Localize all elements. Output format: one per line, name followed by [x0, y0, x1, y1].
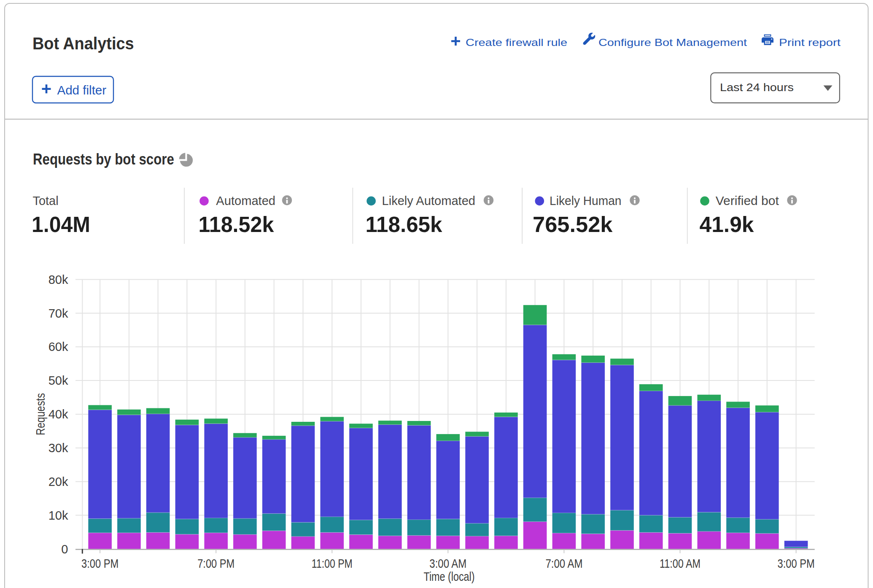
- svg-text:7:00 PM: 7:00 PM: [197, 557, 234, 570]
- svg-text:30k: 30k: [48, 441, 68, 455]
- svg-text:40k: 40k: [48, 407, 68, 421]
- svg-text:Requests by bot score: Requests by bot score: [33, 151, 174, 168]
- svg-text:11:00 PM: 11:00 PM: [312, 557, 353, 570]
- svg-text:1.04M: 1.04M: [32, 212, 90, 237]
- svg-text:Time (local): Time (local): [424, 570, 475, 583]
- svg-text:Requests: Requests: [34, 393, 47, 435]
- svg-text:Automated: Automated: [216, 194, 275, 208]
- svg-text:765.52k: 765.52k: [533, 212, 613, 237]
- svg-text:118.52k: 118.52k: [199, 212, 274, 237]
- svg-text:Total: Total: [33, 194, 59, 208]
- svg-text:11:00 AM: 11:00 AM: [660, 557, 701, 570]
- svg-text:Create firewall rule: Create firewall rule: [466, 37, 567, 48]
- svg-text:3:00 PM: 3:00 PM: [778, 557, 815, 570]
- svg-text:0: 0: [61, 542, 68, 556]
- svg-text:7:00 AM: 7:00 AM: [545, 557, 582, 570]
- svg-text:Verified bot: Verified bot: [716, 194, 779, 208]
- svg-text:Last 24 hours: Last 24 hours: [720, 81, 794, 94]
- svg-text:Configure Bot Management: Configure Bot Management: [598, 37, 747, 48]
- svg-text:118.65k: 118.65k: [366, 212, 442, 237]
- svg-text:70k: 70k: [48, 307, 68, 320]
- svg-text:41.9k: 41.9k: [700, 212, 754, 237]
- svg-text:60k: 60k: [48, 340, 68, 353]
- svg-text:Print report: Print report: [779, 37, 841, 48]
- svg-text:10k: 10k: [48, 509, 68, 522]
- svg-text:80k: 80k: [48, 273, 68, 286]
- svg-text:20k: 20k: [48, 475, 68, 488]
- svg-text:Likely Human: Likely Human: [550, 194, 622, 208]
- svg-text:3:00 AM: 3:00 AM: [429, 557, 466, 570]
- svg-text:Bot Analytics: Bot Analytics: [32, 34, 134, 53]
- svg-text:3:00 PM: 3:00 PM: [81, 557, 119, 570]
- svg-text:Likely Automated: Likely Automated: [382, 194, 476, 208]
- svg-text:50k: 50k: [48, 374, 68, 387]
- svg-text:Add filter: Add filter: [57, 83, 106, 97]
